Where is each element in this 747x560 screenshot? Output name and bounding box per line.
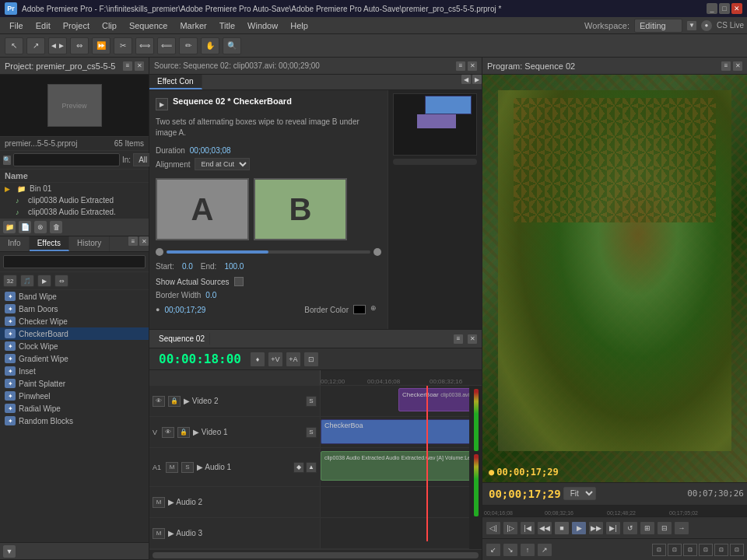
menu-clip[interactable]: Clip xyxy=(96,19,123,32)
transport-extract[interactable]: ↗ xyxy=(537,543,552,557)
thumb-4[interactable]: ⊡ xyxy=(699,544,713,556)
track-mute-icon[interactable]: M xyxy=(153,528,165,539)
minimize-button[interactable]: _ xyxy=(707,3,717,14)
tool-select[interactable]: ↖ xyxy=(5,37,23,54)
effects-audio-btn[interactable]: 🎵 xyxy=(20,275,34,287)
transport-overwrite[interactable]: ↘ xyxy=(503,543,518,557)
bin-item[interactable]: ▶ 📁 Bin 01 xyxy=(0,183,149,194)
effects-presets-btn[interactable]: 32 xyxy=(3,275,17,287)
tool-razor[interactable]: ✂ xyxy=(114,37,132,54)
workspace-btn[interactable]: ▼ xyxy=(687,21,696,30)
list-item[interactable]: ✦ Clock Wipe xyxy=(0,340,149,352)
tool-pen[interactable]: ✏ xyxy=(179,37,198,54)
menu-project[interactable]: Project xyxy=(57,19,96,32)
delete-button[interactable]: 🗑 xyxy=(50,221,62,233)
menu-title[interactable]: Title xyxy=(213,19,241,32)
timeline-tab-sequence[interactable]: Sequence 02 xyxy=(154,333,210,345)
transport-out-point[interactable]: |▷ xyxy=(503,521,518,535)
list-item[interactable]: ✦ Gradient Wipe xyxy=(0,352,149,365)
list-item[interactable]: ♪ clip0038 Audio Extracted. xyxy=(0,206,149,218)
source-panel-expand[interactable]: ◀ xyxy=(461,75,471,84)
tab-history[interactable]: History xyxy=(69,236,110,251)
transport-play[interactable]: ▶ xyxy=(571,521,587,535)
play-icon[interactable]: ▶ xyxy=(156,98,168,110)
clip-checkerboard-v1[interactable]: CheckerBoa xyxy=(321,419,469,444)
eyedropper-icon[interactable]: ⊕ xyxy=(370,304,381,315)
transport-loop[interactable]: ↺ xyxy=(622,521,638,535)
track-sync-btn[interactable]: S xyxy=(306,427,317,438)
slider-start-handle[interactable] xyxy=(156,248,163,256)
track-visibility-icon[interactable]: 👁 xyxy=(162,427,174,438)
list-item[interactable]: ✦ Inset xyxy=(0,365,149,377)
track-lock-icon[interactable]: 🔒 xyxy=(177,427,190,438)
timeline-scrollbar[interactable] xyxy=(149,549,482,560)
list-item[interactable]: ♪ clip0038 Audio Extracted xyxy=(0,194,149,206)
source-panel-collapse[interactable]: ▶ xyxy=(472,75,482,84)
effects-search-input[interactable] xyxy=(3,255,146,268)
effects-video-btn[interactable]: ▶ xyxy=(37,275,51,287)
menu-edit[interactable]: Edit xyxy=(30,19,57,32)
thumb-1[interactable]: ⊡ xyxy=(652,544,666,556)
menu-sequence[interactable]: Sequence xyxy=(123,19,174,32)
timeline-add-marker[interactable]: ♦ xyxy=(250,352,265,367)
duration-value[interactable]: 00;00;03;08 xyxy=(190,146,231,155)
border-color-swatch[interactable] xyxy=(353,305,366,314)
transport-safe-margins[interactable]: ⊞ xyxy=(640,521,655,535)
transport-next-edit[interactable]: ▶| xyxy=(605,521,621,535)
timeline-close[interactable]: ✕ xyxy=(468,334,477,344)
transport-step-back[interactable]: ◀◀ xyxy=(537,521,552,535)
project-panel-menu[interactable]: ≡ xyxy=(123,61,132,71)
tab-info[interactable]: Info xyxy=(0,236,30,251)
fit-select[interactable]: Fit xyxy=(563,487,596,500)
program-panel-menu[interactable]: ≡ xyxy=(721,61,731,71)
tool-zoom[interactable]: 🔍 xyxy=(223,37,241,54)
menu-marker[interactable]: Marker xyxy=(174,19,212,32)
project-search-input[interactable] xyxy=(13,153,120,166)
menu-file[interactable]: File xyxy=(3,19,30,32)
workspace-dropdown[interactable]: Editing xyxy=(634,19,682,33)
transport-insert[interactable]: ↙ xyxy=(486,543,501,557)
clear-button[interactable]: ⊗ xyxy=(34,221,47,233)
list-item[interactable]: ✦ CheckerBoard xyxy=(0,327,149,340)
transport-export[interactable]: → xyxy=(674,521,689,535)
cs-live-icon[interactable]: ● xyxy=(701,20,712,31)
thumb-6[interactable]: ⊡ xyxy=(730,544,744,556)
tool-rolling[interactable]: ⇔ xyxy=(70,37,89,54)
track-sync-btn[interactable]: S xyxy=(306,396,317,407)
effects-footer-btn[interactable]: ▼ xyxy=(3,545,16,558)
program-panel-close[interactable]: ✕ xyxy=(733,61,742,71)
tool-track-select[interactable]: ↗ xyxy=(26,37,45,54)
timeline-add-video[interactable]: +V xyxy=(268,352,283,367)
tool-ripple[interactable]: ◄► xyxy=(48,37,67,54)
menu-window[interactable]: Window xyxy=(241,19,284,32)
track-solo-icon[interactable]: S xyxy=(181,462,194,473)
new-item-button[interactable]: 📄 xyxy=(19,221,31,233)
tool-hand[interactable]: ✋ xyxy=(201,37,219,54)
source-panel-menu[interactable]: ≡ xyxy=(456,61,465,71)
tool-rate-stretch[interactable]: ⏩ xyxy=(92,37,110,54)
track-mute-icon[interactable]: M xyxy=(166,462,178,473)
tab-effect-con[interactable]: Effect Con xyxy=(149,75,202,89)
progress-slider[interactable] xyxy=(167,250,370,254)
effects-transition-btn[interactable]: ⇔ xyxy=(54,275,68,287)
show-sources-checkbox[interactable] xyxy=(234,277,244,286)
thumb-2[interactable]: ⊡ xyxy=(668,544,682,556)
timeline-menu[interactable]: ≡ xyxy=(454,334,463,344)
project-panel-close[interactable]: ✕ xyxy=(135,61,144,71)
menu-help[interactable]: Help xyxy=(284,19,314,32)
timeline-add-audio[interactable]: +A xyxy=(286,352,301,367)
list-item[interactable]: ✦ Radial Wipe xyxy=(0,402,149,415)
transport-output[interactable]: ⊟ xyxy=(657,521,672,535)
list-item[interactable]: ✦ Random Blocks xyxy=(0,415,149,427)
clip-checkerboard-v2[interactable]: CheckerBoar clip0038.avi [V] Opacity:Opa… xyxy=(398,388,469,411)
timeline-snap[interactable]: ⊡ xyxy=(303,352,319,367)
minimap-scrollbar[interactable] xyxy=(393,159,477,165)
tab-effects[interactable]: Effects xyxy=(30,236,69,251)
tool-slip[interactable]: ⟺ xyxy=(135,37,154,54)
clip-audio1[interactable]: clip0038 Audio Extracted Audio Extracted… xyxy=(321,451,469,481)
slider-end-handle[interactable] xyxy=(374,248,381,256)
horizontal-scrollbar[interactable] xyxy=(153,552,479,558)
list-item[interactable]: ✦ Pinwheel xyxy=(0,390,149,402)
list-item[interactable]: ✦ Checker Wipe xyxy=(0,315,149,327)
effects-panel-menu[interactable]: ≡ xyxy=(128,236,138,246)
